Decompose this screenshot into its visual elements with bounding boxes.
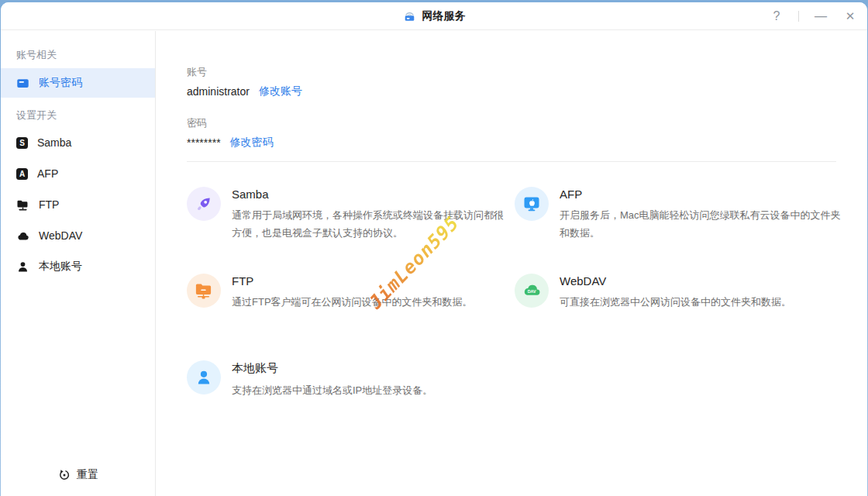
reset-button[interactable]: 重置 (1, 468, 155, 482)
app-icon (403, 9, 416, 22)
network-folder-icon (16, 198, 29, 212)
user-icon (16, 260, 29, 274)
service-card-local-account[interactable]: 本地账号 支持在浏览器中通过域名或IP地址登录设备。 (187, 360, 515, 447)
mac-monitor-icon (515, 187, 549, 221)
service-title: FTP (232, 274, 505, 288)
help-icon[interactable]: ? (769, 10, 784, 22)
cloud-icon (16, 229, 29, 243)
account-value: administrator (187, 85, 250, 98)
service-title: AFP (560, 188, 848, 201)
titlebar: 网络服务 ? — ✕ (1, 2, 867, 30)
service-title: Samba (232, 188, 505, 201)
reset-label: 重置 (77, 468, 98, 482)
sidebar-item-label: 账号密码 (39, 76, 82, 90)
modify-password-link[interactable]: 修改密码 (230, 136, 274, 150)
service-description: 通过FTP客户端可在公网访问设备中的文件夹和数据。 (232, 293, 505, 311)
close-icon[interactable]: ✕ (842, 10, 858, 22)
sidebar-item-local-account[interactable]: 本地账号 (1, 251, 155, 282)
cloud-dav-icon: DAV (515, 274, 549, 308)
afp-letter-icon: A (16, 168, 28, 180)
service-card-samba[interactable]: Samba 通常用于局域网环境，各种操作系统或终端设备挂载访问都很方便，也是电视… (187, 187, 515, 274)
service-description: 可直接在浏览器中公网访问设备中的文件夹和数据。 (560, 293, 848, 311)
window-title: 网络服务 (422, 9, 466, 23)
section-divider (187, 161, 836, 162)
dav-badge: DAV (528, 289, 536, 294)
password-label: 密码 (187, 116, 836, 130)
account-label: 账号 (187, 65, 836, 79)
service-description: 支持在浏览器中通过域名或IP地址登录设备。 (232, 381, 505, 399)
sidebar-item-label: 本地账号 (39, 260, 82, 274)
service-card-afp[interactable]: AFP 开启服务后，Mac电脑能轻松访问您绿联私有云设备中的文件夹和数据。 (515, 187, 848, 274)
service-title: WebDAV (560, 274, 848, 288)
sidebar-item-label: FTP (39, 198, 59, 211)
service-title: 本地账号 (232, 361, 505, 376)
sidebar-group-account: 账号相关 (1, 48, 155, 62)
sidebar-item-account-password[interactable]: 账号密码 (1, 68, 155, 98)
modify-account-link[interactable]: 修改账号 (259, 84, 302, 98)
sidebar-item-samba[interactable]: S Samba (1, 127, 155, 158)
sidebar-item-label: WebDAV (39, 229, 82, 242)
network-folder-icon (187, 274, 221, 308)
sidebar-item-label: AFP (37, 167, 58, 180)
minimize-icon[interactable]: — (813, 10, 828, 22)
service-description: 通常用于局域网环境，各种操作系统或终端设备挂载访问都很方便，也是电视盒子默认支持… (232, 206, 505, 242)
sidebar-item-webdav[interactable]: WebDAV (1, 220, 155, 251)
reset-icon (57, 469, 71, 482)
service-description: 开启服务后，Mac电脑能轻松访问您绿联私有云设备中的文件夹和数据。 (560, 206, 848, 242)
network-services-window: 网络服务 ? — ✕ 账号相关 账号密码 设置开关 S Samba (1, 2, 867, 496)
service-card-webdav[interactable]: DAV WebDAV 可直接在浏览器中公网访问设备中的文件夹和数据。 (515, 274, 848, 360)
controls-divider (798, 11, 799, 22)
sidebar-group-switches: 设置开关 (1, 108, 155, 122)
rocket-icon (187, 187, 221, 221)
id-card-icon (16, 77, 29, 90)
services-grid: Samba 通常用于局域网环境，各种操作系统或终端设备挂载访问都很方便，也是电视… (187, 187, 836, 447)
sidebar-item-ftp[interactable]: FTP (1, 189, 155, 220)
sidebar-item-afp[interactable]: A AFP (1, 158, 155, 189)
main-content: 账号 administrator 修改账号 密码 ******** 修改密码 (156, 31, 867, 496)
password-value: ******** (187, 136, 221, 149)
sidebar: 账号相关 账号密码 设置开关 S Samba A AFP (1, 31, 156, 496)
samba-letter-icon: S (16, 137, 28, 149)
user-icon (187, 360, 221, 394)
sidebar-item-label: Samba (37, 136, 71, 149)
service-card-ftp[interactable]: FTP 通过FTP客户端可在公网访问设备中的文件夹和数据。 (187, 274, 515, 360)
